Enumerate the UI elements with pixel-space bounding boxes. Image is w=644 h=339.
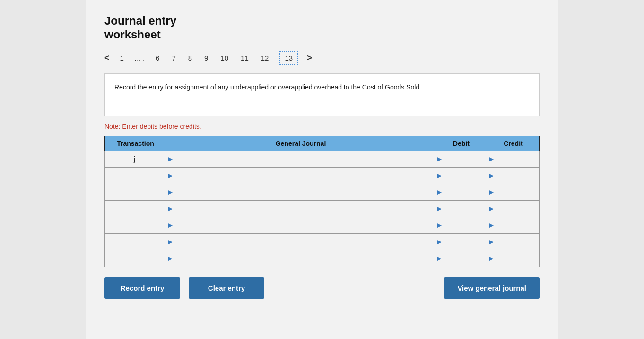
header-credit: Credit [487, 136, 540, 151]
transaction-cell [105, 184, 166, 200]
journal-table: Transaction General Journal Debit Credit… [104, 136, 540, 267]
credit-input[interactable] [495, 250, 539, 267]
table-row: ▶▶▶ [105, 233, 540, 250]
cell-arrow-icon: ▶ [489, 255, 494, 262]
cell-arrow-icon: ▶ [489, 238, 494, 245]
debit-cell[interactable]: ▶ [435, 167, 487, 184]
general-journal-input[interactable] [174, 250, 435, 267]
general-journal-input[interactable] [174, 151, 435, 167]
cell-arrow-icon: ▶ [489, 155, 494, 162]
credit-input[interactable] [495, 201, 539, 217]
debit-cell[interactable]: ▶ [435, 233, 487, 250]
debit-cell[interactable]: ▶ [435, 217, 487, 233]
debit-input[interactable] [443, 184, 487, 200]
instruction-box: Record the entry for assignment of any u… [104, 73, 540, 116]
clear-entry-button[interactable]: Clear entry [189, 277, 264, 299]
debit-cell[interactable]: ▶ [435, 184, 487, 200]
general-journal-cell[interactable]: ▶ [166, 184, 435, 200]
cell-arrow-icon: ▶ [437, 255, 442, 262]
table-row: ▶▶▶ [105, 184, 540, 200]
cell-arrow-icon: ▶ [489, 205, 494, 212]
transaction-cell: j. [105, 151, 166, 167]
cell-arrow-icon: ▶ [437, 188, 442, 196]
credit-input[interactable] [495, 168, 539, 184]
page-container: Journal entry worksheet < 1 …. 6 7 8 9 1… [86, 0, 558, 339]
general-journal-input[interactable] [174, 184, 435, 200]
general-journal-cell[interactable]: ▶ [166, 200, 435, 217]
next-arrow[interactable]: > [307, 53, 312, 63]
debit-input[interactable] [443, 250, 487, 267]
general-journal-cell[interactable]: ▶ [166, 217, 435, 233]
cell-arrow-icon: ▶ [437, 238, 442, 245]
transaction-cell [105, 233, 166, 250]
debit-cell[interactable]: ▶ [435, 151, 487, 167]
record-entry-button[interactable]: Record entry [104, 277, 180, 299]
debit-input[interactable] [443, 217, 487, 233]
credit-cell[interactable]: ▶ [487, 217, 540, 233]
page-12[interactable]: 12 [259, 53, 271, 63]
credit-input[interactable] [495, 217, 539, 233]
credit-cell[interactable]: ▶ [487, 167, 540, 184]
debit-input[interactable] [443, 201, 487, 217]
page-1[interactable]: 1 [118, 53, 126, 63]
page-title: Journal entry worksheet [104, 14, 540, 42]
note-text: Note: Enter debits before credits. [104, 123, 540, 130]
general-journal-input[interactable] [174, 201, 435, 217]
debit-input[interactable] [443, 168, 487, 184]
page-7[interactable]: 7 [170, 53, 177, 63]
cell-arrow-icon: ▶ [168, 172, 173, 179]
transaction-cell [105, 167, 166, 184]
general-journal-cell[interactable]: ▶ [166, 151, 435, 167]
cell-arrow-icon: ▶ [168, 222, 173, 229]
general-journal-input[interactable] [174, 168, 435, 184]
cell-arrow-icon: ▶ [168, 238, 173, 245]
credit-cell[interactable]: ▶ [487, 250, 540, 267]
title-line1: Journal entry [104, 14, 176, 27]
page-6[interactable]: 6 [154, 53, 161, 63]
debit-cell[interactable]: ▶ [435, 200, 487, 217]
cell-arrow-icon: ▶ [168, 155, 173, 162]
page-10[interactable]: 10 [218, 53, 230, 63]
credit-cell[interactable]: ▶ [487, 233, 540, 250]
header-debit: Debit [435, 136, 487, 151]
cell-arrow-icon: ▶ [168, 205, 173, 212]
cell-arrow-icon: ▶ [437, 222, 442, 229]
transaction-cell [105, 217, 166, 233]
general-journal-input[interactable] [174, 234, 435, 250]
ellipsis: …. [134, 54, 145, 62]
debit-input[interactable] [443, 234, 487, 250]
page-8[interactable]: 8 [186, 53, 194, 63]
cell-arrow-icon: ▶ [489, 188, 494, 196]
credit-input[interactable] [495, 151, 539, 167]
table-row: ▶▶▶ [105, 167, 540, 184]
view-general-journal-button[interactable]: View general journal [444, 277, 540, 299]
cell-arrow-icon: ▶ [489, 222, 494, 229]
general-journal-cell[interactable]: ▶ [166, 250, 435, 267]
credit-input[interactable] [495, 184, 539, 200]
instruction-text: Record the entry for assignment of any u… [114, 83, 421, 91]
cell-arrow-icon: ▶ [437, 172, 442, 179]
transaction-cell [105, 200, 166, 217]
credit-cell[interactable]: ▶ [487, 184, 540, 200]
table-row: ▶▶▶ [105, 250, 540, 267]
page-11[interactable]: 11 [239, 53, 251, 63]
cell-arrow-icon: ▶ [168, 188, 173, 196]
credit-input[interactable] [495, 234, 539, 250]
debit-input[interactable] [443, 151, 487, 167]
cell-arrow-icon: ▶ [437, 155, 442, 162]
cell-arrow-icon: ▶ [489, 172, 494, 179]
debit-cell[interactable]: ▶ [435, 250, 487, 267]
page-9[interactable]: 9 [202, 53, 210, 63]
table-row: ▶▶▶ [105, 200, 540, 217]
button-row: Record entry Clear entry View general jo… [104, 277, 540, 299]
general-journal-input[interactable] [174, 217, 435, 233]
credit-cell[interactable]: ▶ [487, 151, 540, 167]
general-journal-cell[interactable]: ▶ [166, 233, 435, 250]
cell-arrow-icon: ▶ [437, 205, 442, 212]
general-journal-cell[interactable]: ▶ [166, 167, 435, 184]
page-13-active[interactable]: 13 [279, 51, 298, 65]
transaction-cell [105, 250, 166, 267]
prev-arrow[interactable]: < [104, 53, 110, 63]
credit-cell[interactable]: ▶ [487, 200, 540, 217]
table-row: ▶▶▶ [105, 217, 540, 233]
